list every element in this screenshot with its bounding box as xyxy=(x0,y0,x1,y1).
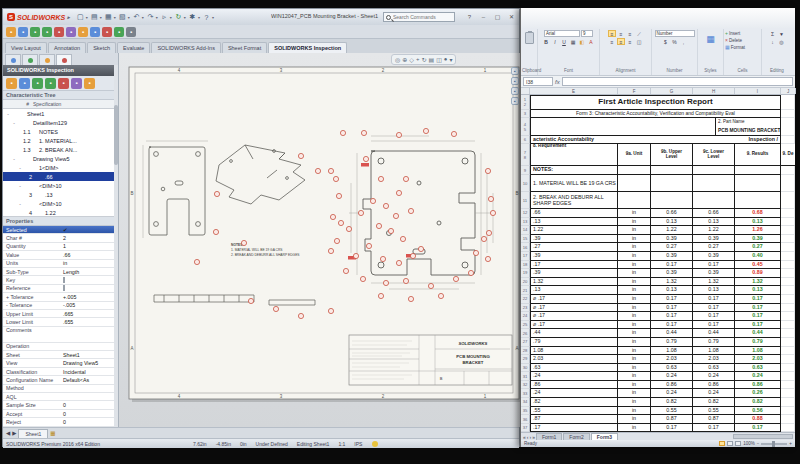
unit-cell[interactable]: in xyxy=(618,269,651,278)
upper-limit-cell[interactable]: 1.22 xyxy=(651,226,693,235)
property-value[interactable]: 0 xyxy=(61,419,118,425)
property-value[interactable]: .66 xyxy=(61,252,118,258)
tab-annotation[interactable]: Annotation xyxy=(48,42,86,53)
requirement-cell[interactable]: .39 xyxy=(530,269,618,278)
balloon-icon[interactable] xyxy=(396,190,401,195)
upper-limit-cell[interactable]: 0.17 xyxy=(651,321,693,330)
checkbox[interactable] xyxy=(63,285,65,291)
view-orientation-icon[interactable]: ↻ xyxy=(421,56,426,63)
underline-button[interactable]: U xyxy=(560,38,568,45)
add-characteristic-icon[interactable]: ▪ xyxy=(71,78,82,89)
property-value[interactable]: Drawing View5 xyxy=(61,360,118,366)
upper-limit-cell[interactable]: 0.86 xyxy=(651,381,693,390)
tab-sheet-format[interactable]: Sheet Format xyxy=(222,42,267,53)
property-row-classification[interactable]: ClassificationIncidental xyxy=(3,368,118,376)
row-header[interactable]: 15 xyxy=(521,235,530,244)
upper-limit-cell[interactable]: 0.17 xyxy=(651,424,693,432)
column-header-F[interactable]: F xyxy=(618,88,651,94)
tab-first-icon[interactable]: « xyxy=(523,434,526,440)
lower-limit-cell[interactable]: 0.39 xyxy=(693,269,735,278)
italic-button[interactable]: I xyxy=(551,38,559,45)
requirement-cell[interactable]: .24 xyxy=(530,372,618,381)
row-header[interactable]: 27 xyxy=(521,338,530,347)
cells-delete-button[interactable]: ×Delete xyxy=(725,37,742,43)
lower-limit-cell[interactable]: 0.44 xyxy=(693,329,735,338)
upper-limit-cell[interactable]: 0.17 xyxy=(651,312,693,321)
tree-expander-icon[interactable]: - xyxy=(5,111,11,117)
balloon-icon[interactable] xyxy=(370,198,375,203)
requirement-cell[interactable]: ⌀ .17 xyxy=(530,321,618,330)
result-cell[interactable]: 0.86 xyxy=(735,381,781,390)
lower-limit-cell[interactable]: 1.22 xyxy=(693,226,735,235)
unit-cell[interactable]: in xyxy=(618,235,651,244)
upper-limit-cell[interactable]: 1.08 xyxy=(651,347,693,356)
unit-cell[interactable]: in xyxy=(618,252,651,261)
lower-limit-cell[interactable]: 0.87 xyxy=(693,415,735,424)
lower-limit-cell[interactable]: 0.24 xyxy=(693,372,735,381)
lower-limit-cell[interactable]: 0.66 xyxy=(693,209,735,218)
balloon-icon[interactable] xyxy=(376,223,381,228)
unit-cell[interactable]: in xyxy=(618,389,651,398)
requirement-cell[interactable]: .79 xyxy=(530,338,618,347)
tree-expander-icon[interactable]: - xyxy=(11,156,17,162)
page-layout-view-icon[interactable] xyxy=(727,441,733,446)
export-to-excel-icon[interactable]: ▪ xyxy=(90,27,100,37)
tab-view-layout[interactable]: View Layout xyxy=(5,42,47,53)
help-icon[interactable]: ? xyxy=(201,12,212,23)
balloon-icon[interactable] xyxy=(485,168,490,173)
row-header[interactable]: 29 xyxy=(521,355,530,364)
view-settings-icon[interactable]: ▾ xyxy=(449,56,452,63)
balloon-icon[interactable] xyxy=(403,278,408,283)
row-header[interactable]: 14 xyxy=(521,226,530,235)
merge-center-icon[interactable]: ◫ xyxy=(635,38,643,45)
property-row-view[interactable]: ViewDrawing View5 xyxy=(3,359,118,367)
balloon-icon[interactable] xyxy=(194,259,199,264)
requirement-cell[interactable]: .86 xyxy=(530,381,618,390)
font-size-select[interactable]: 9 xyxy=(581,30,593,37)
row-header[interactable]: 32 xyxy=(521,381,530,390)
property-value[interactable]: 2 xyxy=(61,235,118,241)
balloon-icon[interactable] xyxy=(366,243,371,248)
upper-limit-cell[interactable]: 2.03 xyxy=(651,355,693,364)
requirement-cell[interactable]: 2.03 xyxy=(530,355,618,364)
unit-cell[interactable]: in xyxy=(618,312,651,321)
upper-limit-cell[interactable]: 0.13 xyxy=(651,286,693,295)
borders-icon[interactable]: ▦ xyxy=(569,38,577,45)
open-inspection-project-icon[interactable]: ▪ xyxy=(18,27,28,37)
autosum-icon[interactable]: Σ xyxy=(769,30,777,37)
balloon-icon[interactable] xyxy=(468,270,473,275)
balloon-icon[interactable] xyxy=(490,210,495,215)
open-dropdown-icon[interactable]: ▾ xyxy=(100,15,102,20)
property-row-units[interactable]: Unitsin xyxy=(3,260,118,268)
balloon-icon[interactable] xyxy=(336,193,341,198)
lower-limit-cell[interactable]: 0.27 xyxy=(693,243,735,252)
tree-row[interactable]: 3.13 xyxy=(3,190,118,199)
column-header-E[interactable]: E xyxy=(530,88,618,94)
requirement-cell[interactable]: .24 xyxy=(530,389,618,398)
property-value[interactable]: Sheet1 xyxy=(61,352,118,358)
result-cell[interactable]: 0.79 xyxy=(735,338,781,347)
balloon-drawing-icon[interactable]: ▪ xyxy=(78,27,88,37)
row-header[interactable]: 12 xyxy=(521,209,530,218)
print-icon[interactable]: ▧ xyxy=(117,12,128,23)
panel-tab-propertymanager[interactable] xyxy=(22,54,38,65)
result-cell[interactable]: 0.17 xyxy=(735,424,781,432)
lower-limit-cell[interactable]: 0.17 xyxy=(693,321,735,330)
unit-cell[interactable]: in xyxy=(618,398,651,407)
balloon-icon[interactable] xyxy=(423,128,428,133)
sheet-tab-form3[interactable]: Form3 xyxy=(591,433,618,440)
row-header[interactable]: 6 xyxy=(521,136,530,144)
requirement-cell[interactable]: ⌀ .17 xyxy=(530,295,618,304)
row-header[interactable]: 12 xyxy=(521,95,530,110)
unit-cell[interactable]: in xyxy=(618,415,651,424)
row-header[interactable]: 45 xyxy=(521,118,530,136)
tab-solidworks-add-ins[interactable]: SOLIDWORKS Add-Ins xyxy=(151,42,220,53)
row-header[interactable]: 11 xyxy=(521,192,530,209)
fill-icon[interactable]: ↓ xyxy=(769,38,777,45)
upper-limit-cell[interactable]: 0.44 xyxy=(651,329,693,338)
export-excel-icon[interactable]: ▪ xyxy=(45,78,56,89)
balloon-icon[interactable] xyxy=(396,260,401,265)
unit-cell[interactable]: in xyxy=(618,261,651,270)
property-row-upper-limit[interactable]: Upper Limit.665 xyxy=(3,310,118,318)
lower-limit-cell[interactable]: 0.17 xyxy=(693,312,735,321)
